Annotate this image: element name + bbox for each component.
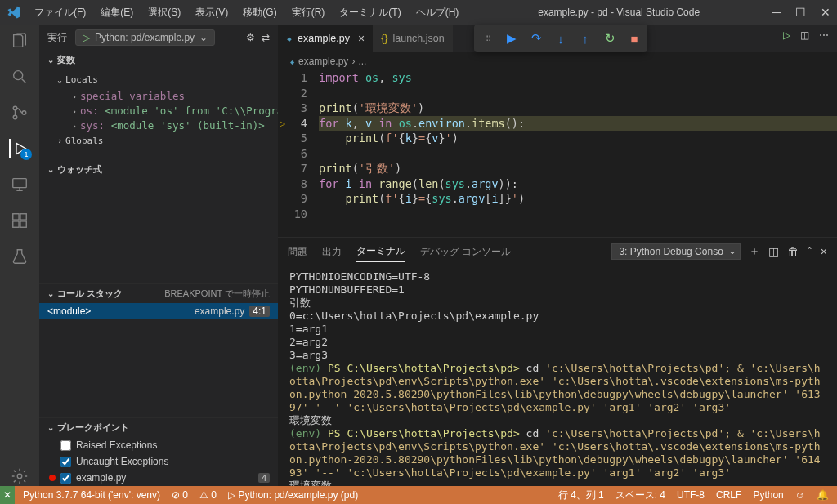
- frame-name: <module>: [47, 306, 91, 317]
- tab-launch-json[interactable]: {} launch.json: [373, 25, 453, 52]
- menu-file[interactable]: ファイル(F): [28, 2, 92, 23]
- scm-icon[interactable]: [10, 103, 29, 123]
- status-language[interactable]: Python: [753, 489, 783, 501]
- restart-button[interactable]: ↻: [602, 30, 618, 47]
- remote-indicator[interactable]: ✕: [0, 486, 15, 504]
- close-panel-icon[interactable]: ×: [821, 245, 827, 258]
- var-sys[interactable]: ›sys: <module 'sys' (built-in)>: [39, 118, 278, 132]
- section-variables[interactable]: ⌄変数: [39, 51, 278, 69]
- run-debug-icon[interactable]: 1: [9, 139, 29, 158]
- code-editor[interactable]: 123▷45678910 import os, sys print('環境変数'…: [278, 70, 837, 237]
- explorer-icon[interactable]: [10, 31, 29, 51]
- python-file-icon: ⬥: [289, 56, 295, 67]
- menu-selection[interactable]: 選択(S): [141, 2, 187, 23]
- svg-point-2: [13, 115, 17, 119]
- terminal-output[interactable]: PYTHONIOENCODING=UTF-8PYTHONUNBUFFERED=1…: [278, 265, 837, 486]
- svg-point-0: [14, 71, 23, 80]
- kill-terminal-icon[interactable]: 🗑: [787, 245, 799, 258]
- terminal-selector-dropdown[interactable]: 3: Python Debug Conso: [611, 243, 740, 260]
- menu-run[interactable]: 実行(R): [285, 2, 332, 23]
- split-editor-icon[interactable]: ◫: [800, 29, 809, 41]
- panel: 問題 出力 ターミナル デバッグ コンソール 3: Python Debug C…: [278, 237, 837, 486]
- menu-terminal[interactable]: ターミナル(T): [333, 2, 407, 23]
- status-python-interpreter[interactable]: Python 3.7.7 64-bit ('env': venv): [23, 489, 160, 501]
- stop-button[interactable]: ■: [626, 30, 642, 47]
- panel-tab-debug-console[interactable]: デバッグ コンソール: [420, 242, 511, 262]
- sidebar-title: 実行: [47, 31, 67, 45]
- panel-tab-output[interactable]: 出力: [322, 242, 342, 262]
- menu-edit[interactable]: 編集(E): [94, 2, 140, 23]
- bp-line-badge: 4: [258, 473, 270, 483]
- test-icon[interactable]: [10, 247, 29, 266]
- continue-button[interactable]: ▶: [504, 30, 520, 47]
- play-icon: ▷: [83, 32, 90, 43]
- launch-config-dropdown[interactable]: ▷ Python: pd/example.py ⌄: [75, 29, 215, 46]
- maximize-panel-icon[interactable]: ˄: [807, 245, 812, 258]
- scope-globals[interactable]: ›Globals: [39, 132, 278, 149]
- panel-tab-terminal[interactable]: ターミナル: [356, 241, 405, 262]
- section-watch[interactable]: ⌄ウォッチ式: [39, 158, 278, 179]
- svg-point-9: [17, 474, 22, 479]
- debug-toolbar[interactable]: ⠿ ▶ ↷ ↓ ↑ ↻ ■: [474, 25, 647, 52]
- split-terminal-icon[interactable]: ◫: [768, 245, 779, 258]
- menu-help[interactable]: ヘルプ(H): [410, 2, 466, 23]
- settings-gear-icon[interactable]: [10, 466, 29, 486]
- more-actions-icon[interactable]: ⋯: [819, 29, 829, 41]
- status-encoding[interactable]: UTF-8: [677, 489, 705, 501]
- search-icon[interactable]: [10, 67, 29, 87]
- menu-view[interactable]: 表示(V): [189, 2, 235, 23]
- titlebar: ファイル(F) 編集(E) 選択(S) 表示(V) 移動(G) 実行(R) ター…: [0, 0, 837, 25]
- chevron-down-icon: ⌄: [199, 32, 208, 43]
- svg-rect-6: [20, 214, 26, 220]
- window-title: example.py - pd - Visual Studio Code: [465, 7, 772, 18]
- step-over-button[interactable]: ↷: [528, 30, 544, 47]
- minimize-icon[interactable]: ─: [772, 6, 781, 19]
- activity-bar: 1: [0, 25, 39, 486]
- tab-close-icon[interactable]: ×: [358, 32, 365, 45]
- maximize-icon[interactable]: ☐: [795, 6, 806, 19]
- extensions-icon[interactable]: [10, 211, 29, 230]
- bp-uncaught-exceptions[interactable]: Uncaught Exceptions: [39, 453, 278, 470]
- menu-go[interactable]: 移動(G): [236, 2, 283, 23]
- svg-rect-7: [13, 221, 19, 227]
- feedback-icon[interactable]: ☺: [795, 489, 805, 501]
- tab-example-py[interactable]: ⬥ example.py ×: [278, 25, 373, 52]
- close-icon[interactable]: ✕: [821, 6, 830, 19]
- bp-raised-exceptions[interactable]: Raised Exceptions: [39, 437, 278, 453]
- svg-rect-4: [13, 179, 27, 188]
- step-out-button[interactable]: ↑: [577, 30, 593, 47]
- line-gutter: 123▷45678910: [278, 70, 319, 237]
- run-file-button[interactable]: ▷: [783, 29, 790, 41]
- section-breakpoints[interactable]: ⌄ブレークポイント: [39, 417, 278, 437]
- var-special[interactable]: ›special variables: [39, 88, 278, 103]
- bp-raised-checkbox[interactable]: [60, 440, 71, 451]
- bp-uncaught-checkbox[interactable]: [60, 457, 71, 467]
- step-into-button[interactable]: ↓: [553, 30, 569, 47]
- status-eol[interactable]: CRLF: [716, 489, 741, 501]
- menu-bar: ファイル(F) 編集(E) 選択(S) 表示(V) 移動(G) 実行(R) ター…: [28, 2, 465, 23]
- notifications-icon[interactable]: 🔔: [817, 489, 829, 501]
- gear-icon[interactable]: ⚙: [246, 32, 255, 43]
- status-indentation[interactable]: スペース: 4: [615, 488, 665, 502]
- editor-area: ⬥ example.py × {} launch.json ⠿ ▶ ↷ ↓ ↑ …: [278, 25, 837, 486]
- drag-handle-icon[interactable]: ⠿: [479, 30, 495, 47]
- section-callstack[interactable]: ⌄コール スタックBREAKPOINT で一時停止: [39, 283, 278, 303]
- breadcrumb[interactable]: ⬥ example.py › ...: [278, 52, 837, 70]
- bp-file[interactable]: example.py4: [39, 470, 278, 486]
- breakpoint-dot-icon: [49, 475, 56, 481]
- status-errors[interactable]: ⊘ 0: [172, 489, 188, 501]
- scope-locals[interactable]: ⌄Locals: [39, 71, 278, 88]
- svg-rect-8: [20, 221, 26, 227]
- ellipsis-icon[interactable]: ⇄: [262, 32, 270, 43]
- new-terminal-icon[interactable]: ＋: [749, 244, 760, 259]
- frame-file: example.py: [195, 306, 244, 317]
- remote-icon[interactable]: [10, 175, 29, 194]
- status-cursor-position[interactable]: 行 4、列 1: [558, 488, 604, 502]
- bp-file-checkbox[interactable]: [60, 473, 71, 484]
- svg-point-3: [22, 111, 26, 115]
- callstack-frame[interactable]: <module> example.py 4:1: [39, 303, 278, 319]
- panel-tab-problems[interactable]: 問題: [288, 242, 307, 262]
- status-debug-target[interactable]: ▷ Python: pd/example.py (pd): [228, 489, 358, 501]
- status-warnings[interactable]: ⚠ 0: [199, 489, 217, 501]
- var-os[interactable]: ›os: <module 'os' from 'C:\\Program F…: [39, 103, 278, 118]
